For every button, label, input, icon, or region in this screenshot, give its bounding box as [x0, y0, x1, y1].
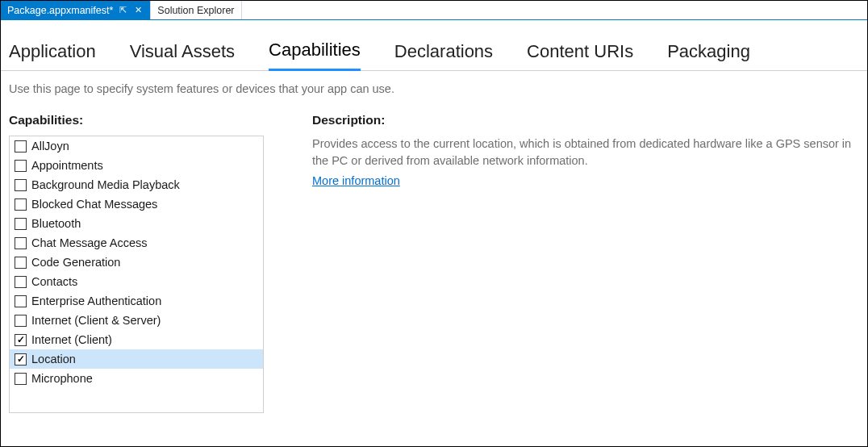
capability-label: Blocked Chat Messages [31, 198, 157, 211]
capability-checkbox[interactable] [15, 237, 27, 249]
page-hint: Use this page to specify system features… [1, 71, 867, 98]
capability-label: Background Media Playback [31, 178, 180, 191]
capabilities-list[interactable]: AllJoynAppointmentsBackground Media Play… [9, 136, 264, 413]
capability-row[interactable]: Enterprise Authentication [10, 291, 263, 311]
nav-tab-content-uris[interactable]: Content URIs [527, 41, 633, 70]
capability-label: Internet (Client & Server) [31, 314, 161, 327]
capability-label: Bluetooth [31, 217, 81, 230]
capability-checkbox[interactable] [15, 373, 27, 385]
doc-tab-solution-explorer[interactable]: Solution Explorer [151, 1, 241, 19]
capability-checkbox[interactable] [15, 276, 27, 288]
capability-row[interactable]: Internet (Client & Server) [10, 311, 263, 330]
manifest-editor: Package.appxmanifest* ⇱ ✕ Solution Explo… [0, 0, 868, 447]
nav-tab-packaging[interactable]: Packaging [667, 41, 750, 70]
more-information-link[interactable]: More information [312, 174, 859, 187]
capability-row[interactable]: Contacts [10, 272, 263, 291]
nav-tab-capabilities[interactable]: Capabilities [269, 40, 361, 71]
doc-tab-label: Package.appxmanifest* [7, 5, 113, 16]
capability-checkbox[interactable] [15, 218, 27, 230]
capability-row[interactable]: Chat Message Access [10, 233, 263, 253]
description-column: Description: Provides access to the curr… [312, 113, 859, 446]
capability-row[interactable]: Location [10, 349, 263, 369]
capability-label: Chat Message Access [31, 236, 147, 249]
capability-label: AllJoyn [31, 140, 69, 152]
capabilities-column: Capabilities: AllJoynAppointmentsBackgro… [9, 113, 264, 446]
capability-checkbox[interactable] [15, 334, 27, 346]
capability-checkbox[interactable] [15, 295, 27, 307]
manifest-nav-tabs: ApplicationVisual AssetsCapabilitiesDecl… [1, 20, 867, 71]
description-text: Provides access to the current location,… [312, 136, 859, 169]
capability-label: Enterprise Authentication [31, 295, 161, 307]
nav-tab-visual-assets[interactable]: Visual Assets [130, 41, 235, 70]
capability-row[interactable]: Background Media Playback [10, 175, 263, 194]
capabilities-title: Capabilities: [9, 113, 264, 127]
capability-checkbox[interactable] [15, 160, 27, 172]
capability-label: Internet (Client) [31, 333, 112, 346]
capability-checkbox[interactable] [15, 315, 27, 327]
capability-checkbox[interactable] [15, 179, 27, 191]
doc-tab-label: Solution Explorer [157, 5, 234, 16]
capability-checkbox[interactable] [15, 257, 27, 269]
nav-tab-declarations[interactable]: Declarations [394, 41, 493, 70]
capability-label: Location [31, 353, 76, 366]
capability-row[interactable]: Appointments [10, 156, 263, 175]
capability-checkbox[interactable] [15, 198, 27, 211]
content-body: Capabilities: AllJoynAppointmentsBackgro… [1, 98, 867, 446]
capability-row[interactable]: Code Generation [10, 253, 263, 272]
close-icon[interactable]: ✕ [133, 5, 144, 15]
capability-row[interactable]: Microphone [10, 369, 263, 388]
capability-checkbox[interactable] [15, 353, 27, 366]
capability-row[interactable]: Internet (Client) [10, 330, 263, 349]
capability-checkbox[interactable] [15, 140, 27, 152]
capability-row[interactable]: Blocked Chat Messages [10, 194, 263, 214]
doc-tab-manifest[interactable]: Package.appxmanifest* ⇱ ✕ [1, 1, 151, 19]
pin-icon[interactable]: ⇱ [118, 5, 128, 15]
capability-label: Microphone [31, 372, 93, 385]
capability-label: Code Generation [31, 256, 120, 269]
document-tab-bar: Package.appxmanifest* ⇱ ✕ Solution Explo… [1, 1, 867, 20]
capability-row[interactable]: AllJoyn [10, 136, 263, 156]
capability-label: Appointments [31, 159, 103, 172]
capability-row[interactable]: Bluetooth [10, 214, 263, 233]
nav-tab-application[interactable]: Application [9, 41, 96, 70]
capability-label: Contacts [31, 275, 77, 288]
description-title: Description: [312, 113, 859, 127]
